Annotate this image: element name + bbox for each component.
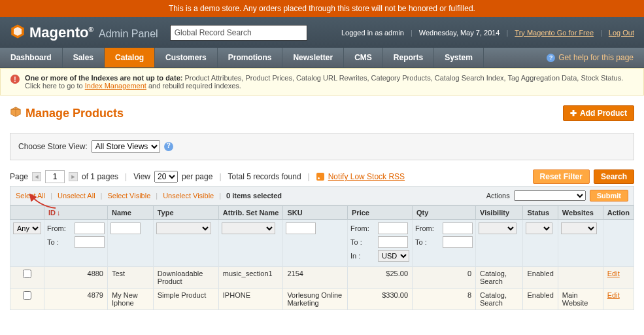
table-row[interactable]: 4879My New IphoneSimple ProductIPHONEVor…	[10, 289, 634, 310]
try-magento-link[interactable]: Try Magento Go for Free	[515, 29, 594, 37]
store-view-select[interactable]: All Store Views	[92, 140, 160, 153]
nav-catalog[interactable]: Catalog	[105, 48, 155, 67]
cell-price: $25.00	[348, 267, 413, 289]
grid-filter-row: Any From: To : From: To : In :USD From: …	[10, 220, 634, 267]
notice-text2: and rebuild required indexes.	[146, 82, 241, 90]
col-websites[interactable]: Websites	[558, 206, 603, 220]
reset-filter-button[interactable]: Reset Filter	[533, 169, 590, 184]
sort-desc-icon: ↓	[57, 209, 61, 217]
page-head: Manage Products ✚ Add Product	[10, 105, 634, 121]
nav-promotions[interactable]: Promotions	[218, 48, 283, 67]
filter-any-select[interactable]: Any	[13, 222, 41, 234]
view-label: View	[133, 172, 150, 181]
cell-status: Enabled	[523, 267, 558, 289]
col-name[interactable]: Name	[108, 206, 154, 220]
pager-bar: Page ◄ ► of 1 pages | View 20 per page |…	[10, 169, 634, 184]
per-page-suffix: per page	[182, 172, 212, 181]
cell-attrib: IPHONE	[218, 289, 283, 310]
cell-status: Enabled	[523, 289, 558, 310]
filter-websites[interactable]	[561, 222, 597, 234]
massaction-bar: Select All | Unselect All | Select Visib…	[10, 186, 634, 205]
filter-visibility[interactable]	[479, 222, 517, 234]
logout-link[interactable]: Log Out	[609, 29, 634, 37]
col-price[interactable]: Price	[348, 206, 413, 220]
cell-type: Downloadable Product	[153, 267, 218, 289]
page-content: Manage Products ✚ Add Product Choose Sto…	[0, 96, 644, 320]
cell-type: Simple Product	[153, 289, 218, 310]
col-action: Action	[603, 206, 634, 220]
help-link[interactable]: Get help for this page	[558, 53, 634, 62]
cell-sku: Vorlesung Online Marketing	[283, 289, 348, 310]
filter-attrib[interactable]	[222, 222, 275, 234]
filter-sku[interactable]	[286, 222, 316, 234]
filter-qty-from[interactable]	[443, 222, 473, 234]
cell-name: My New Iphone	[108, 289, 154, 310]
question-icon[interactable]	[164, 142, 173, 151]
col-attrib[interactable]: Attrib. Set Name	[218, 206, 283, 220]
nav-newsletter[interactable]: Newsletter	[282, 48, 344, 67]
nav-customers[interactable]: Customers	[155, 48, 218, 67]
alert-icon: !	[10, 75, 20, 84]
nav-dashboard[interactable]: Dashboard	[0, 48, 63, 67]
filter-type[interactable]	[156, 222, 211, 234]
nav-reports[interactable]: Reports	[383, 48, 434, 67]
filter-name[interactable]	[110, 222, 141, 234]
col-type[interactable]: Type	[153, 206, 218, 220]
page-title: Manage Products	[10, 106, 124, 121]
brand-sub: Admin Panel	[99, 28, 158, 39]
filter-qty-to[interactable]	[443, 236, 473, 248]
grid-header-row: ID↓ Name Type Attrib. Set Name SKU Price…	[10, 206, 634, 220]
magento-logo-icon	[10, 24, 25, 41]
page-prev-button[interactable]: ◄	[32, 172, 41, 181]
filter-currency[interactable]: USD	[378, 250, 409, 262]
unselect-visible-link[interactable]: Unselect Visible	[163, 192, 214, 200]
admin-header: Magento® Admin Panel Logged in as admin …	[0, 17, 644, 48]
table-row[interactable]: 4880TestDownloadable Productmusic_sectio…	[10, 267, 634, 289]
index-notice: ! One or more of the Indexes are not up …	[0, 68, 644, 96]
unselect-all-link[interactable]: Unselect All	[58, 192, 95, 200]
brand-name: Magento® Admin Panel	[29, 24, 158, 41]
store-view-selector: Choose Store View: All Store Views	[10, 133, 634, 160]
nav-sales[interactable]: Sales	[63, 48, 105, 67]
index-mgmt-link[interactable]: Index Management	[85, 82, 146, 90]
add-product-button[interactable]: ✚ Add Product	[563, 105, 634, 121]
submit-button[interactable]: Submit	[590, 190, 628, 202]
nav-cms[interactable]: CMS	[344, 48, 383, 67]
col-qty[interactable]: Qty	[413, 206, 476, 220]
col-sku[interactable]: SKU	[283, 206, 348, 220]
filter-status[interactable]	[526, 222, 552, 234]
cell-price: $330.00	[348, 289, 413, 310]
plus-icon: ✚	[570, 109, 577, 118]
page-next-button[interactable]: ►	[69, 172, 78, 181]
select-visible-link[interactable]: Select Visible	[107, 192, 150, 200]
header-session: Logged in as admin | Wednesday, May 7, 2…	[341, 29, 634, 37]
filter-price-to[interactable]	[378, 236, 408, 248]
global-search-input[interactable]	[170, 25, 307, 41]
filter-id-to[interactable]	[75, 236, 105, 248]
nav-system[interactable]: System	[434, 48, 484, 67]
row-checkbox[interactable]	[23, 270, 31, 278]
edit-link[interactable]: Edit	[607, 270, 620, 277]
actions-label: Actions	[486, 192, 510, 200]
cell-visibility: Catalog, Search	[476, 267, 523, 289]
store-view-label: Choose Store View:	[18, 142, 88, 151]
rss-link[interactable]: Notify Low Stock RSS	[328, 172, 405, 181]
of-pages: of 1 pages	[82, 172, 118, 181]
search-button[interactable]: Search	[594, 169, 634, 184]
row-checkbox[interactable]	[23, 291, 31, 300]
col-visibility[interactable]: Visibility	[476, 206, 523, 220]
per-page-select[interactable]: 20	[154, 171, 178, 183]
filter-id-from[interactable]	[75, 222, 105, 234]
edit-link[interactable]: Edit	[607, 291, 620, 299]
demo-notice-bar: This is a demo store. Any orders placed …	[0, 0, 644, 17]
col-id[interactable]: ID↓	[44, 206, 108, 220]
cell-visibility: Catalog, Search	[476, 289, 523, 310]
cell-websites	[558, 267, 603, 289]
select-all-link[interactable]: Select All	[16, 192, 45, 200]
col-status[interactable]: Status	[523, 206, 558, 220]
main-nav: Dashboard Sales Catalog Customers Promot…	[0, 48, 644, 68]
actions-select[interactable]	[514, 190, 586, 201]
filter-price-from[interactable]	[378, 222, 408, 234]
items-selected: 0 items selected	[226, 192, 282, 200]
page-input[interactable]	[45, 170, 65, 183]
